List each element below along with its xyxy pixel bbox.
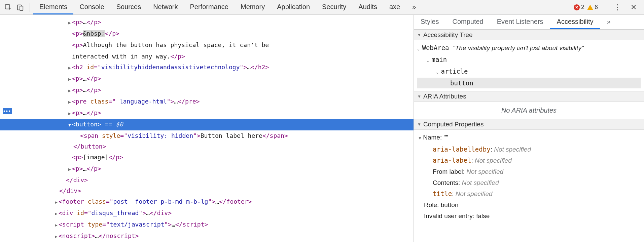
warning-count: 6: [595, 4, 598, 11]
settings-icon[interactable]: ⋮: [610, 3, 624, 12]
acc-tree-selected[interactable]: button: [417, 78, 641, 88]
inspect-icon[interactable]: [2, 1, 14, 13]
sidebar-tabs: Styles Computed Event Listeners Accessib…: [414, 15, 644, 30]
main-tabs: Elements Console Sources Network Perform…: [33, 0, 422, 14]
toolbar-divider: [604, 3, 604, 12]
error-icon: ✕: [574, 4, 580, 10]
accessibility-tree[interactable]: ⌄ WebArea "The visibility property isn't…: [414, 40, 644, 91]
error-count: 2: [581, 4, 584, 11]
tab-memory[interactable]: Memory: [235, 0, 271, 14]
section-title: ARIA Attributes: [423, 93, 466, 100]
device-toggle-icon[interactable]: [14, 1, 26, 13]
tab-network[interactable]: Network: [147, 0, 184, 14]
main-split: ••• ▶<p>…</p> <p>&nbsp;</p> <p>Although …: [0, 15, 644, 242]
close-icon[interactable]: ✕: [627, 3, 640, 12]
dom-selected-node[interactable]: ▼<button> == $0: [0, 119, 414, 130]
devtools-toolbar: Elements Console Sources Network Perform…: [0, 0, 644, 15]
tabs-overflow-icon[interactable]: »: [406, 0, 422, 14]
side-tab-accessibility[interactable]: Accessibility: [550, 15, 600, 29]
caret-down-icon: ▼: [417, 94, 421, 99]
svg-rect-2: [20, 6, 23, 10]
tab-sources[interactable]: Sources: [110, 0, 147, 14]
side-tabs-overflow-icon[interactable]: »: [600, 15, 617, 29]
warning-icon: [587, 5, 593, 10]
side-tab-computed[interactable]: Computed: [445, 15, 490, 29]
tab-axe[interactable]: axe: [383, 0, 406, 14]
caret-down-icon: ▼: [417, 33, 421, 37]
tab-elements[interactable]: Elements: [33, 0, 73, 14]
tab-application[interactable]: Application: [271, 0, 316, 14]
section-title: Accessibility Tree: [423, 31, 473, 39]
toolbar-divider: [30, 3, 30, 12]
toolbar-right: ✕ 2 6 ⋮ ✕: [574, 3, 642, 12]
section-title: Computed Properties: [423, 121, 484, 128]
aria-empty-message: No ARIA attributes: [414, 102, 644, 119]
section-accessibility-tree[interactable]: ▼ Accessibility Tree: [414, 30, 644, 40]
tab-performance[interactable]: Performance: [184, 0, 235, 14]
section-aria-attributes[interactable]: ▼ ARIA Attributes: [414, 91, 644, 102]
warning-count-badge[interactable]: 6: [587, 4, 598, 11]
selected-row-gutter-icon[interactable]: •••: [3, 108, 12, 114]
caret-down-icon: ▼: [417, 122, 421, 127]
computed-properties: ▼ Name: "" aria-labelledby: Not specifie…: [414, 130, 644, 225]
tab-security[interactable]: Security: [316, 0, 352, 14]
tab-audits[interactable]: Audits: [352, 0, 383, 14]
side-tab-styles[interactable]: Styles: [414, 15, 445, 29]
elements-dom-tree[interactable]: ••• ▶<p>…</p> <p>&nbsp;</p> <p>Although …: [0, 15, 414, 242]
tab-console[interactable]: Console: [73, 0, 110, 14]
sidebar-panel: Styles Computed Event Listeners Accessib…: [414, 15, 644, 242]
error-count-badge[interactable]: ✕ 2: [574, 4, 584, 11]
section-computed-properties[interactable]: ▼ Computed Properties: [414, 119, 644, 130]
side-tab-event-listeners[interactable]: Event Listeners: [490, 15, 550, 29]
